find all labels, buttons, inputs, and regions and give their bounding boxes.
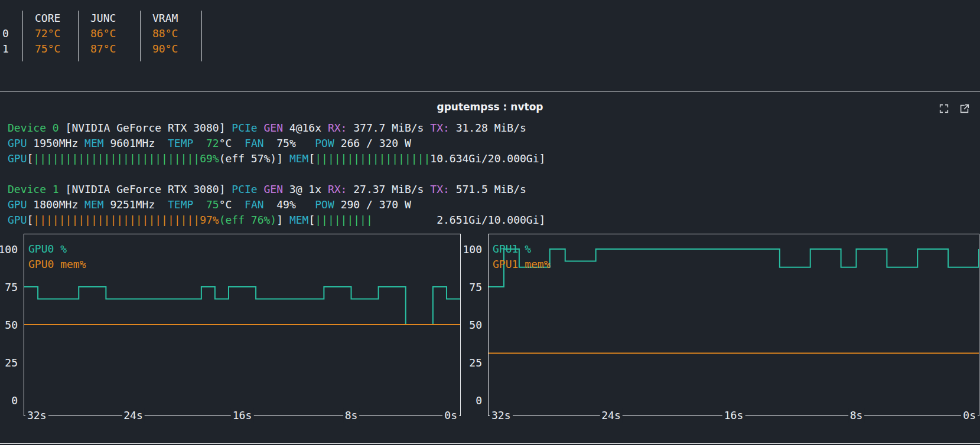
- x-axis-tick-label: 32s: [25, 408, 48, 423]
- text-segment: POW: [315, 137, 340, 149]
- text-segment: TX:: [430, 183, 455, 195]
- text-segment: 49%: [276, 198, 315, 211]
- text-segment: 72: [206, 137, 219, 149]
- device0-bars-line: GPU[||||||||||||||||||||||||||69%(eff 57…: [8, 151, 545, 166]
- text-segment: 9601MHz: [110, 137, 168, 149]
- text-segment: [: [308, 152, 315, 165]
- text-segment: [: [27, 152, 34, 165]
- plot-area: GPU1 %GPU1 mem%32s24s16s8s0s: [488, 234, 979, 416]
- bottom-pane-divider-line: [0, 443, 980, 444]
- text-segment: 1800MHz: [33, 198, 84, 211]
- text-segment: ||||||||||||||||||||||||||: [33, 214, 200, 226]
- pane-title: gputempss : nvtop: [0, 101, 980, 113]
- text-segment: °C: [219, 198, 245, 211]
- text-segment: ]: [539, 152, 546, 165]
- gpu1-row-label: 1: [2, 41, 22, 57]
- y-axis-tick-label: 75: [5, 280, 18, 295]
- text-segment: MEM: [84, 137, 110, 149]
- text-segment: Device 1: [8, 183, 66, 195]
- y-axis-labels: 1007550250: [464, 234, 486, 416]
- gpu0-utilization-line: [24, 287, 460, 325]
- device1-clocks-line: GPU 1800MHz MEM 9251MHz TEMP 75°C FAN 49…: [8, 197, 545, 212]
- text-segment: 27.37 MiB/s: [353, 183, 430, 195]
- device0-info-line: Device 0 [NVIDIA GeForce RTX 3080] PCIe …: [8, 120, 545, 136]
- text-segment: |||||||||: [315, 214, 373, 226]
- device0-clocks-line: GPU 1950MHz MEM 9601MHz TEMP 72°C FAN 75…: [8, 136, 545, 151]
- text-segment: [: [27, 214, 34, 226]
- chart-legend: GPU0 %GPU0 mem%: [28, 241, 86, 272]
- legend-item: GPU1 %: [493, 241, 551, 257]
- text-segment: 2.651Gi/10.000Gi: [437, 214, 539, 226]
- junc-column-header: JUNC: [90, 11, 140, 26]
- text-segment: Device 0: [8, 122, 66, 134]
- text-segment: (eff 57%): [219, 152, 277, 165]
- text-segment: GEN: [264, 122, 289, 134]
- y-axis-tick-label: 25: [5, 355, 18, 371]
- gpu0-vram-temp: 88°C: [152, 26, 201, 41]
- text-segment: ]: [276, 152, 289, 165]
- text-segment: GPU: [8, 198, 33, 211]
- x-axis-tick-label: 24s: [122, 408, 145, 423]
- text-segment: 266 / 320 W: [341, 137, 411, 149]
- x-axis-tick-label: 16s: [231, 408, 254, 423]
- text-segment: 4@16x: [289, 122, 328, 134]
- text-segment: [NVIDIA GeForce RTX 3080]: [66, 183, 232, 195]
- text-segment: FAN: [245, 198, 276, 211]
- gpu0-row-label: 0: [2, 26, 22, 41]
- text-segment: [NVIDIA GeForce RTX 3080]: [66, 122, 232, 134]
- maximize-icon[interactable]: [938, 103, 950, 114]
- gpu1-utilization-line: [489, 249, 979, 287]
- text-segment: TEMP: [168, 137, 206, 149]
- text-segment: 97%: [200, 214, 219, 226]
- gpu0-utilization-chart: 1007550250GPU0 %GPU0 mem%32s24s16s8s0s: [0, 234, 461, 416]
- text-segment: RX:: [328, 122, 353, 134]
- text-segment: PCIe: [232, 183, 263, 195]
- plot-area: GPU0 %GPU0 mem%32s24s16s8s0s: [24, 234, 461, 416]
- y-axis-tick-label: 0: [476, 393, 482, 408]
- gpu1-utilization-chart: 1007550250GPU1 %GPU1 mem%32s24s16s8s0s: [464, 234, 979, 416]
- text-segment: MEM: [289, 152, 309, 165]
- text-segment: ||||||||||||||||||||||||||: [33, 152, 200, 165]
- x-axis-tick-label: 8s: [848, 408, 865, 423]
- text-segment: ]: [276, 214, 289, 226]
- text-segment: 377.7 MiB/s: [353, 122, 430, 134]
- vram-column-header: VRAM: [152, 11, 201, 26]
- gpu0-junc-temp: 86°C: [90, 26, 140, 41]
- pane-controls: [938, 103, 971, 114]
- charts-row: 1007550250GPU0 %GPU0 mem%32s24s16s8s0s 1…: [0, 234, 979, 431]
- open-in-new-window-icon[interactable]: [959, 103, 971, 114]
- text-segment: GPU: [8, 152, 27, 165]
- x-axis-tick-label: 24s: [600, 408, 623, 423]
- device1-bars-line: GPU[||||||||||||||||||||||||||97%(eff 76…: [8, 212, 545, 228]
- y-axis-labels: 1007550250: [0, 234, 21, 416]
- text-segment: [373, 214, 437, 226]
- text-segment: MEM: [289, 214, 309, 226]
- y-axis-tick-label: 75: [469, 280, 482, 295]
- text-segment: 9251MHz: [110, 198, 168, 211]
- x-axis-tick-label: 0s: [442, 408, 459, 423]
- gpu-temps-panel: 0 1 CORE 72°C 75°C JUNC 86°C 87°C VRAM 8…: [0, 11, 202, 61]
- text-segment: ]: [539, 214, 546, 226]
- text-segment: GPU: [8, 137, 33, 149]
- x-axis-tick-label: 16s: [722, 408, 745, 423]
- x-axis-tick-label: 8s: [343, 408, 360, 423]
- y-axis-tick-label: 100: [0, 242, 18, 257]
- text-segment: RX:: [328, 183, 353, 195]
- text-segment: GEN: [264, 183, 289, 195]
- temps-core-column: CORE 72°C 75°C: [22, 11, 78, 61]
- text-segment: PCIe: [232, 122, 263, 134]
- gpu0-core-temp: 72°C: [35, 26, 78, 41]
- gpu1-vram-temp: 90°C: [152, 41, 201, 57]
- text-segment: 75: [206, 198, 219, 211]
- x-axis-tick-label: 32s: [490, 408, 513, 423]
- spacer-line: [8, 166, 545, 182]
- text-segment: 75%: [276, 137, 315, 149]
- text-segment: GPU: [8, 214, 27, 226]
- text-segment: [: [308, 214, 315, 226]
- pane-divider-line: [0, 91, 980, 92]
- text-segment: 571.5 MiB/s: [456, 183, 526, 195]
- text-segment: °C: [219, 137, 245, 149]
- gpu1-junc-temp: 87°C: [90, 41, 140, 57]
- temps-vram-column: VRAM 88°C 90°C: [140, 11, 202, 61]
- text-segment: (eff 76%): [219, 214, 277, 226]
